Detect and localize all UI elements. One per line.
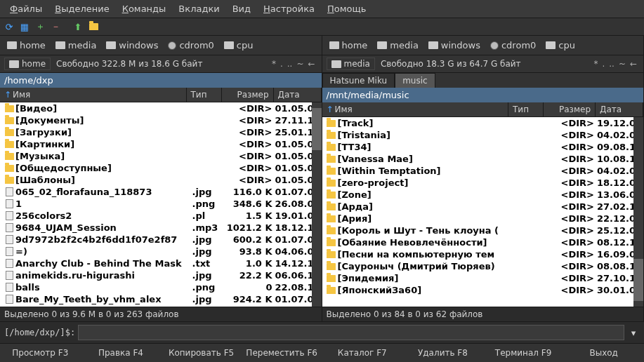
list-item[interactable]: [Сауроныч (Дмитрий Тюряев)<DIR>08.08.10 — [322, 260, 644, 272]
scrollbar[interactable] — [312, 102, 322, 307]
file-icon — [3, 294, 15, 304]
drive-cdrom0[interactable]: cdrom0 — [165, 39, 216, 52]
cmd-input[interactable] — [78, 325, 624, 340]
col-date[interactable]: Дата — [596, 102, 643, 116]
fn-переместить[interactable]: Переместить F6 — [242, 344, 322, 362]
nav-.[interactable]: . — [278, 59, 285, 69]
dropdown-icon[interactable]: ▾ — [627, 326, 640, 339]
menu-commands[interactable]: Команды — [117, 2, 172, 15]
list-item[interactable]: [Ария]<DIR>22.12.09 — [322, 213, 644, 224]
list-item[interactable]: [Шаблоны]<DIR>01.05.08 — [0, 174, 322, 186]
col-name[interactable]: ↑Имя — [0, 88, 187, 102]
file-icon — [3, 258, 15, 269]
refresh-icon[interactable]: ⟳ — [3, 20, 15, 33]
drive-home[interactable]: home — [4, 39, 48, 52]
nav-*[interactable]: * — [591, 59, 600, 69]
folder-icon — [325, 213, 338, 224]
fn-просмотр[interactable]: Просмотр F3 — [0, 344, 81, 362]
fn-копировать[interactable]: Копировать F5 — [161, 344, 242, 362]
fn-терминал[interactable]: Терминал F9 — [483, 344, 564, 362]
tab-music[interactable]: music — [395, 73, 435, 88]
fn-правка[interactable]: Правка F4 — [81, 344, 162, 362]
list-item[interactable]: [ЯпонскийЗа60]<DIR>30.01.09 — [322, 284, 644, 296]
left-path[interactable]: /home/dxp — [0, 73, 322, 88]
list-item[interactable]: Anarchy Club - Behind The Mask.txt1.0 K1… — [0, 257, 322, 269]
drive-media[interactable]: media — [53, 39, 100, 52]
list-item[interactable]: [Within Temptation]<DIR>04.02.09 — [322, 165, 644, 177]
menu-help[interactable]: Помощь — [322, 2, 372, 15]
folder-icon — [325, 261, 338, 272]
list-item[interactable]: [Vanessa Mae]<DIR>10.08.10 — [322, 153, 644, 165]
list-item[interactable]: 256colors2.pl1.5 K19.01.09 — [0, 210, 322, 222]
right-current-drive[interactable]: media — [327, 58, 375, 70]
list-item[interactable]: 9684_UJAM_Session.mp31021.2 K18.12.10 — [0, 222, 322, 234]
menu-tabs[interactable]: Вкладки — [173, 2, 225, 15]
tab-Hatsune Miku[interactable]: Hatsune Miku — [322, 73, 395, 88]
drive-home[interactable]: home — [327, 39, 371, 52]
menu-files[interactable]: Файлы — [4, 2, 48, 15]
list-item[interactable]: [Общедоступные]<DIR>01.05.08 — [0, 162, 322, 174]
up-arrow-icon[interactable]: ⬆ — [72, 20, 84, 33]
minus-icon[interactable]: － — [49, 20, 62, 33]
list-item[interactable]: 9d7972b2f2c4b2f6dd1f07e2f87.jpg600.2 K01… — [0, 234, 322, 246]
list-item[interactable]: [TT34]<DIR>09.08.10 — [322, 141, 644, 153]
nav-..[interactable]: .. — [607, 59, 617, 69]
list-item[interactable]: [Zone]<DIR>13.06.09 — [322, 189, 644, 201]
menu-view[interactable]: Вид — [227, 2, 256, 15]
left-current-drive[interactable]: home — [4, 58, 51, 70]
nav-..[interactable]: .. — [285, 59, 295, 69]
drive-windows[interactable]: windows — [103, 39, 161, 52]
right-file-list[interactable]: [Track]<DIR>19.12.09[Tristania]<DIR>04.0… — [322, 117, 644, 307]
col-date[interactable]: Дата — [274, 88, 322, 102]
list-item[interactable]: [Документы]<DIR>27.11.10 — [0, 114, 322, 126]
col-size[interactable]: Размер — [544, 102, 596, 116]
drive-media[interactable]: media — [374, 39, 421, 52]
col-size[interactable]: Размер — [222, 88, 274, 102]
list-item[interactable]: balls.png022.08.10 — [0, 281, 322, 293]
list-item[interactable]: 1.png348.6 K26.08.09 — [0, 198, 322, 210]
drive-cpu[interactable]: cpu — [543, 39, 578, 52]
col-type[interactable]: Тип — [508, 102, 544, 116]
col-name[interactable]: ↑Имя — [322, 102, 509, 116]
list-item[interactable]: [Эпидемия]<DIR>27.10.10 — [322, 272, 644, 284]
main-toolbar: ⟳ ▦ ＋ － ⬆ — [0, 18, 644, 36]
folder-star-icon[interactable] — [87, 20, 100, 33]
list-item[interactable]: [Король и Шут - Тень клоуна (<DIR>25.12.… — [322, 224, 644, 236]
list-item[interactable]: [Музыка]<DIR>01.05.08 — [0, 150, 322, 162]
left-file-list[interactable]: [Видео]<DIR>01.05.08[Документы]<DIR>27.1… — [0, 102, 322, 307]
list-item[interactable]: animekids.ru-higurashi.jpg22.2 K06.06.10 — [0, 269, 322, 281]
drive-windows[interactable]: windows — [426, 39, 483, 52]
scrollbar[interactable] — [633, 117, 643, 307]
list-item[interactable]: [Tristania]<DIR>04.02.09 — [322, 129, 644, 141]
grid-icon[interactable]: ▦ — [18, 20, 31, 33]
plus-icon[interactable]: ＋ — [34, 20, 46, 33]
list-item[interactable]: [Track]<DIR>19.12.09 — [322, 117, 644, 129]
list-item[interactable]: 065_02_florafauna_118873.jpg116.0 K01.07… — [0, 186, 322, 198]
list-item[interactable]: Bare_My_Teeth_by_vhm_alex.jpg924.2 K01.0… — [0, 293, 322, 305]
menu-selection[interactable]: Выделение — [49, 2, 114, 15]
nav-.[interactable]: . — [600, 59, 607, 69]
file-icon — [3, 234, 15, 245]
list-item[interactable]: [zero-project]<DIR>18.12.09 — [322, 177, 644, 189]
nav-*[interactable]: * — [270, 59, 278, 69]
list-item[interactable]: [Песни на компьютерную тем<DIR>16.09.09 — [322, 248, 644, 260]
nav-~[interactable]: ~ — [294, 59, 305, 69]
list-item[interactable]: [Картинки]<DIR>01.05.08 — [0, 138, 322, 150]
list-item[interactable]: =).jpg93.8 K04.06.08 — [0, 246, 322, 257]
list-item[interactable]: [Загрузки]<DIR>25.01.11 — [0, 126, 322, 138]
col-type[interactable]: Тип — [187, 88, 222, 102]
menu-settings[interactable]: Настройка — [258, 2, 320, 15]
nav-←[interactable]: ← — [305, 59, 317, 69]
list-item[interactable]: [Обаяние Невовлечённости]<DIR>08.12.10 — [322, 236, 644, 248]
hdd-icon — [224, 41, 234, 49]
list-item[interactable]: [Видео]<DIR>01.05.08 — [0, 102, 322, 114]
fn-каталог[interactable]: Каталог F7 — [322, 344, 403, 362]
right-path[interactable]: /mnt/media/music — [322, 88, 644, 102]
drive-cdrom0[interactable]: cdrom0 — [487, 39, 539, 52]
fn-удалить[interactable]: Удалить F8 — [402, 344, 483, 362]
drive-cpu[interactable]: cpu — [221, 39, 256, 52]
nav-~[interactable]: ~ — [617, 59, 628, 69]
fn-выход[interactable]: Выход — [563, 344, 644, 362]
list-item[interactable]: [Арда]<DIR>27.02.10 — [322, 201, 644, 213]
nav-←[interactable]: ← — [628, 59, 639, 69]
